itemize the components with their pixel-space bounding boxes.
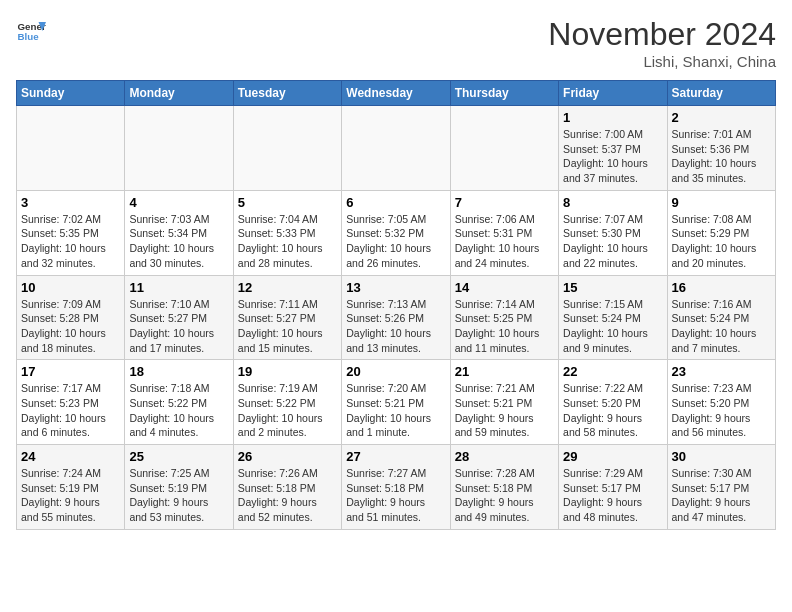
day-number: 18 <box>129 364 228 379</box>
day-number: 23 <box>672 364 771 379</box>
day-info: Sunrise: 7:20 AM Sunset: 5:21 PM Dayligh… <box>346 381 445 440</box>
day-info: Sunrise: 7:17 AM Sunset: 5:23 PM Dayligh… <box>21 381 120 440</box>
day-info: Sunrise: 7:16 AM Sunset: 5:24 PM Dayligh… <box>672 297 771 356</box>
day-info: Sunrise: 7:04 AM Sunset: 5:33 PM Dayligh… <box>238 212 337 271</box>
weekday-wednesday: Wednesday <box>342 81 450 106</box>
day-cell: 24Sunrise: 7:24 AM Sunset: 5:19 PM Dayli… <box>17 445 125 530</box>
day-cell <box>233 106 341 191</box>
day-number: 6 <box>346 195 445 210</box>
day-cell <box>17 106 125 191</box>
day-info: Sunrise: 7:11 AM Sunset: 5:27 PM Dayligh… <box>238 297 337 356</box>
location: Lishi, Shanxi, China <box>548 53 776 70</box>
day-cell: 10Sunrise: 7:09 AM Sunset: 5:28 PM Dayli… <box>17 275 125 360</box>
day-number: 24 <box>21 449 120 464</box>
day-number: 3 <box>21 195 120 210</box>
weekday-friday: Friday <box>559 81 667 106</box>
day-number: 16 <box>672 280 771 295</box>
day-cell: 23Sunrise: 7:23 AM Sunset: 5:20 PM Dayli… <box>667 360 775 445</box>
day-number: 25 <box>129 449 228 464</box>
day-info: Sunrise: 7:23 AM Sunset: 5:20 PM Dayligh… <box>672 381 771 440</box>
day-number: 13 <box>346 280 445 295</box>
day-info: Sunrise: 7:09 AM Sunset: 5:28 PM Dayligh… <box>21 297 120 356</box>
weekday-header-row: SundayMondayTuesdayWednesdayThursdayFrid… <box>17 81 776 106</box>
weekday-sunday: Sunday <box>17 81 125 106</box>
day-cell: 22Sunrise: 7:22 AM Sunset: 5:20 PM Dayli… <box>559 360 667 445</box>
day-cell: 6Sunrise: 7:05 AM Sunset: 5:32 PM Daylig… <box>342 190 450 275</box>
day-info: Sunrise: 7:03 AM Sunset: 5:34 PM Dayligh… <box>129 212 228 271</box>
day-info: Sunrise: 7:24 AM Sunset: 5:19 PM Dayligh… <box>21 466 120 525</box>
day-info: Sunrise: 7:21 AM Sunset: 5:21 PM Dayligh… <box>455 381 554 440</box>
weekday-saturday: Saturday <box>667 81 775 106</box>
week-row-5: 24Sunrise: 7:24 AM Sunset: 5:19 PM Dayli… <box>17 445 776 530</box>
day-cell <box>125 106 233 191</box>
calendar-body: 1Sunrise: 7:00 AM Sunset: 5:37 PM Daylig… <box>17 106 776 530</box>
day-cell: 4Sunrise: 7:03 AM Sunset: 5:34 PM Daylig… <box>125 190 233 275</box>
week-row-3: 10Sunrise: 7:09 AM Sunset: 5:28 PM Dayli… <box>17 275 776 360</box>
day-info: Sunrise: 7:07 AM Sunset: 5:30 PM Dayligh… <box>563 212 662 271</box>
day-info: Sunrise: 7:01 AM Sunset: 5:36 PM Dayligh… <box>672 127 771 186</box>
day-cell: 26Sunrise: 7:26 AM Sunset: 5:18 PM Dayli… <box>233 445 341 530</box>
day-cell: 28Sunrise: 7:28 AM Sunset: 5:18 PM Dayli… <box>450 445 558 530</box>
day-number: 29 <box>563 449 662 464</box>
day-number: 9 <box>672 195 771 210</box>
day-info: Sunrise: 7:29 AM Sunset: 5:17 PM Dayligh… <box>563 466 662 525</box>
day-cell: 3Sunrise: 7:02 AM Sunset: 5:35 PM Daylig… <box>17 190 125 275</box>
day-cell: 21Sunrise: 7:21 AM Sunset: 5:21 PM Dayli… <box>450 360 558 445</box>
day-number: 7 <box>455 195 554 210</box>
day-cell: 2Sunrise: 7:01 AM Sunset: 5:36 PM Daylig… <box>667 106 775 191</box>
day-number: 28 <box>455 449 554 464</box>
day-info: Sunrise: 7:19 AM Sunset: 5:22 PM Dayligh… <box>238 381 337 440</box>
week-row-1: 1Sunrise: 7:00 AM Sunset: 5:37 PM Daylig… <box>17 106 776 191</box>
day-number: 8 <box>563 195 662 210</box>
day-info: Sunrise: 7:14 AM Sunset: 5:25 PM Dayligh… <box>455 297 554 356</box>
page-header: General Blue November 2024 Lishi, Shanxi… <box>16 16 776 70</box>
day-info: Sunrise: 7:25 AM Sunset: 5:19 PM Dayligh… <box>129 466 228 525</box>
day-info: Sunrise: 7:27 AM Sunset: 5:18 PM Dayligh… <box>346 466 445 525</box>
day-cell: 20Sunrise: 7:20 AM Sunset: 5:21 PM Dayli… <box>342 360 450 445</box>
day-number: 10 <box>21 280 120 295</box>
day-info: Sunrise: 7:28 AM Sunset: 5:18 PM Dayligh… <box>455 466 554 525</box>
weekday-tuesday: Tuesday <box>233 81 341 106</box>
day-cell: 29Sunrise: 7:29 AM Sunset: 5:17 PM Dayli… <box>559 445 667 530</box>
day-cell: 30Sunrise: 7:30 AM Sunset: 5:17 PM Dayli… <box>667 445 775 530</box>
day-info: Sunrise: 7:00 AM Sunset: 5:37 PM Dayligh… <box>563 127 662 186</box>
day-number: 14 <box>455 280 554 295</box>
day-info: Sunrise: 7:05 AM Sunset: 5:32 PM Dayligh… <box>346 212 445 271</box>
day-cell: 8Sunrise: 7:07 AM Sunset: 5:30 PM Daylig… <box>559 190 667 275</box>
day-cell: 27Sunrise: 7:27 AM Sunset: 5:18 PM Dayli… <box>342 445 450 530</box>
day-info: Sunrise: 7:06 AM Sunset: 5:31 PM Dayligh… <box>455 212 554 271</box>
day-info: Sunrise: 7:22 AM Sunset: 5:20 PM Dayligh… <box>563 381 662 440</box>
day-number: 5 <box>238 195 337 210</box>
day-cell: 15Sunrise: 7:15 AM Sunset: 5:24 PM Dayli… <box>559 275 667 360</box>
day-cell: 18Sunrise: 7:18 AM Sunset: 5:22 PM Dayli… <box>125 360 233 445</box>
day-cell: 25Sunrise: 7:25 AM Sunset: 5:19 PM Dayli… <box>125 445 233 530</box>
day-number: 1 <box>563 110 662 125</box>
logo: General Blue <box>16 16 46 46</box>
weekday-thursday: Thursday <box>450 81 558 106</box>
day-cell: 9Sunrise: 7:08 AM Sunset: 5:29 PM Daylig… <box>667 190 775 275</box>
day-number: 15 <box>563 280 662 295</box>
day-info: Sunrise: 7:26 AM Sunset: 5:18 PM Dayligh… <box>238 466 337 525</box>
week-row-4: 17Sunrise: 7:17 AM Sunset: 5:23 PM Dayli… <box>17 360 776 445</box>
day-number: 26 <box>238 449 337 464</box>
day-number: 20 <box>346 364 445 379</box>
day-number: 2 <box>672 110 771 125</box>
week-row-2: 3Sunrise: 7:02 AM Sunset: 5:35 PM Daylig… <box>17 190 776 275</box>
day-cell: 1Sunrise: 7:00 AM Sunset: 5:37 PM Daylig… <box>559 106 667 191</box>
day-info: Sunrise: 7:13 AM Sunset: 5:26 PM Dayligh… <box>346 297 445 356</box>
month-title: November 2024 <box>548 16 776 53</box>
day-cell: 5Sunrise: 7:04 AM Sunset: 5:33 PM Daylig… <box>233 190 341 275</box>
day-info: Sunrise: 7:30 AM Sunset: 5:17 PM Dayligh… <box>672 466 771 525</box>
weekday-monday: Monday <box>125 81 233 106</box>
day-cell: 19Sunrise: 7:19 AM Sunset: 5:22 PM Dayli… <box>233 360 341 445</box>
day-cell: 7Sunrise: 7:06 AM Sunset: 5:31 PM Daylig… <box>450 190 558 275</box>
title-block: November 2024 Lishi, Shanxi, China <box>548 16 776 70</box>
day-number: 21 <box>455 364 554 379</box>
day-cell: 12Sunrise: 7:11 AM Sunset: 5:27 PM Dayli… <box>233 275 341 360</box>
day-cell: 17Sunrise: 7:17 AM Sunset: 5:23 PM Dayli… <box>17 360 125 445</box>
svg-text:Blue: Blue <box>18 31 40 42</box>
day-cell: 16Sunrise: 7:16 AM Sunset: 5:24 PM Dayli… <box>667 275 775 360</box>
day-number: 11 <box>129 280 228 295</box>
day-info: Sunrise: 7:08 AM Sunset: 5:29 PM Dayligh… <box>672 212 771 271</box>
day-number: 17 <box>21 364 120 379</box>
